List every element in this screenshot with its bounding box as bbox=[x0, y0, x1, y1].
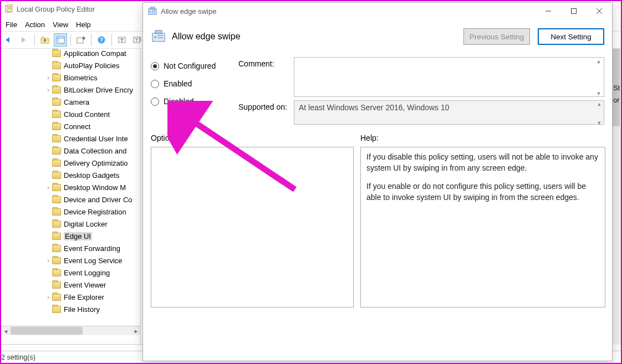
tree-item[interactable]: Desktop Gadgets bbox=[1, 169, 140, 181]
folder-icon bbox=[52, 196, 61, 203]
tree-expander-icon[interactable]: › bbox=[44, 294, 52, 300]
tree-item[interactable]: AutoPlay Policies bbox=[1, 59, 140, 71]
menu-help[interactable]: Help bbox=[76, 20, 91, 29]
dialog-titlebar[interactable]: Allow edge swipe bbox=[143, 3, 612, 19]
tree-item[interactable]: ›File Explorer bbox=[1, 291, 140, 303]
next-setting-button[interactable]: Next Setting bbox=[538, 28, 604, 45]
tree-item[interactable]: Connect bbox=[1, 120, 140, 132]
tree-item[interactable]: Edge UI bbox=[1, 230, 140, 242]
minimize-button[interactable] bbox=[536, 3, 561, 19]
tree-expander-icon[interactable]: › bbox=[44, 86, 52, 93]
folder-icon bbox=[52, 135, 61, 142]
folder-icon bbox=[52, 257, 61, 264]
maximize-button[interactable] bbox=[561, 3, 587, 19]
close-button[interactable] bbox=[587, 3, 612, 19]
svg-rect-7 bbox=[57, 37, 59, 43]
tree-item[interactable]: ›Event Log Service bbox=[1, 254, 140, 266]
radio-enabled[interactable]: Enabled bbox=[151, 75, 238, 93]
toolbar-view-button[interactable] bbox=[54, 33, 67, 47]
tree-item[interactable]: Device and Driver Co bbox=[1, 193, 140, 206]
scroll-thumb[interactable] bbox=[11, 327, 83, 335]
toolbar-help-button[interactable]: ? bbox=[95, 33, 108, 47]
tree-item[interactable]: Digital Locker bbox=[1, 218, 140, 230]
menu-action[interactable]: Action bbox=[25, 20, 45, 29]
comment-label: Comment: bbox=[238, 57, 294, 68]
tree-item[interactable]: Event Forwarding bbox=[1, 242, 140, 254]
folder-icon bbox=[52, 245, 61, 252]
nav-forward-button[interactable] bbox=[18, 33, 31, 47]
scroll-left-icon[interactable]: ◄ bbox=[1, 326, 11, 336]
toolbar-filter-button[interactable] bbox=[115, 33, 129, 47]
folder-icon bbox=[52, 281, 61, 289]
tree-item-label: Device Registration bbox=[64, 208, 126, 216]
tree-item[interactable]: Device Registration bbox=[1, 206, 140, 218]
comment-textarea[interactable]: ▲▼ bbox=[294, 57, 604, 97]
svg-rect-20 bbox=[572, 9, 577, 14]
tree-item-label: Camera bbox=[64, 98, 89, 106]
folder-icon bbox=[52, 160, 61, 167]
tree-item-label: Digital Locker bbox=[64, 220, 108, 228]
toolbar-export-button[interactable] bbox=[74, 33, 88, 47]
toolbar-folder-up-button[interactable] bbox=[38, 33, 52, 47]
menu-view[interactable]: View bbox=[53, 20, 68, 29]
tree-item[interactable]: Data Collection and bbox=[1, 145, 140, 157]
tree-item[interactable]: Event Logging bbox=[1, 266, 140, 279]
help-paragraph-2: If you enable or do not configure this p… bbox=[366, 181, 599, 203]
scroll-right-icon[interactable]: ► bbox=[131, 326, 141, 336]
tree-item[interactable]: Delivery Optimizatio bbox=[1, 157, 140, 169]
radio-not-configured[interactable]: Not Configured bbox=[151, 57, 238, 75]
folder-icon bbox=[52, 50, 61, 57]
options-label: Options: bbox=[151, 134, 354, 142]
folder-icon bbox=[52, 172, 61, 179]
options-box bbox=[151, 147, 354, 307]
folder-icon bbox=[52, 184, 61, 191]
status-text: 2 setting(s) bbox=[1, 353, 35, 361]
folder-icon bbox=[52, 111, 61, 118]
tree-item[interactable]: Credential User Inte bbox=[1, 132, 140, 145]
tree-expander-icon[interactable]: › bbox=[44, 184, 52, 191]
folder-icon bbox=[52, 86, 61, 94]
svg-point-23 bbox=[154, 36, 156, 38]
tree-item[interactable]: Application Compat bbox=[1, 49, 140, 59]
tree-item-label: Data Collection and bbox=[64, 147, 126, 155]
help-box[interactable]: If you disable this policy setting, user… bbox=[360, 147, 605, 307]
tree-item-label: Cloud Content bbox=[64, 110, 110, 119]
scroll-down-icon[interactable]: ▼ bbox=[595, 91, 603, 96]
scroll-down-icon: ▼ bbox=[595, 120, 603, 126]
svg-rect-1 bbox=[7, 5, 12, 12]
scroll-up-icon: ▲ bbox=[595, 101, 603, 107]
tree-pane[interactable]: Application CompatAutoPlay Policies›Biom… bbox=[1, 49, 141, 344]
svg-rect-22 bbox=[155, 30, 162, 33]
tree-item[interactable]: ›BitLocker Drive Encry bbox=[1, 84, 140, 96]
tree-item-label: AutoPlay Policies bbox=[64, 61, 119, 70]
tree-item[interactable]: Cloud Content bbox=[1, 108, 140, 120]
tree-item-label: Application Compat bbox=[64, 49, 126, 58]
svg-text:?: ? bbox=[100, 37, 103, 43]
folder-icon bbox=[52, 221, 61, 228]
svg-point-16 bbox=[150, 11, 151, 12]
nav-back-button[interactable] bbox=[2, 33, 16, 47]
tree-item[interactable]: Event Viewer bbox=[1, 279, 140, 291]
tree-expander-icon[interactable]: › bbox=[44, 257, 52, 264]
tree-item-label: Device and Driver Co bbox=[64, 196, 132, 204]
tree-item[interactable]: ›Biometrics bbox=[1, 71, 140, 84]
help-label: Help: bbox=[360, 134, 605, 142]
scroll-up-icon[interactable]: ▲ bbox=[595, 59, 603, 64]
tree-expander-icon[interactable]: › bbox=[44, 74, 52, 81]
tree-item-label: Desktop Gadgets bbox=[64, 171, 119, 180]
svg-rect-15 bbox=[150, 7, 155, 9]
folder-icon bbox=[52, 147, 61, 155]
tree-item-label: Event Viewer bbox=[64, 281, 106, 289]
tree-item[interactable]: Camera bbox=[1, 96, 140, 108]
tree-item[interactable]: File History bbox=[1, 303, 140, 315]
tree-item-label: File Explorer bbox=[64, 293, 104, 301]
dialog-title-icon bbox=[147, 6, 157, 16]
tree-item-label: Desktop Window M bbox=[64, 183, 126, 192]
menu-file[interactable]: File bbox=[6, 20, 17, 29]
dialog-heading-text: Allow edge swipe bbox=[172, 32, 241, 42]
tree-horizontal-scrollbar[interactable]: ◄ ► bbox=[1, 326, 141, 335]
tree-item-label: BitLocker Drive Encry bbox=[64, 86, 133, 94]
folder-icon bbox=[52, 208, 61, 216]
radio-disabled[interactable]: Disabled bbox=[151, 93, 238, 110]
tree-item[interactable]: ›Desktop Window M bbox=[1, 181, 140, 193]
